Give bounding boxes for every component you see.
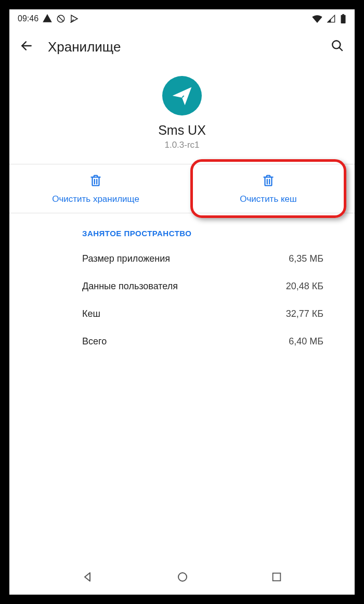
- row-cache: Кеш 32,77 КБ: [9, 300, 355, 328]
- svg-rect-13: [273, 573, 281, 581]
- appbar: Хранилище: [9, 28, 355, 66]
- statusbar: 09:46: [9, 9, 355, 28]
- row-value: 32,77 КБ: [286, 309, 323, 319]
- app-icon: [162, 76, 202, 115]
- search-button[interactable]: [331, 39, 344, 55]
- section-header: ЗАНЯТОЕ ПРОСТРАНСТВО: [9, 213, 355, 245]
- trash-icon: [89, 174, 102, 190]
- status-time: 09:46: [18, 14, 38, 23]
- navigation-bar: [9, 561, 355, 595]
- back-button[interactable]: [20, 39, 33, 55]
- clear-cache-button[interactable]: Очистить кеш: [182, 164, 355, 213]
- row-value: 20,48 КБ: [286, 281, 323, 292]
- row-label: Размер приложения: [82, 253, 170, 264]
- wifi-icon: [312, 15, 322, 23]
- clear-storage-label: Очистить хранилище: [52, 194, 139, 204]
- nav-home-button[interactable]: [176, 571, 189, 585]
- row-user-data: Данные пользователя 20,48 КБ: [9, 273, 355, 300]
- row-label: Всего: [82, 336, 107, 347]
- app-info-block: Sms UX 1.0.3-rc1: [9, 66, 355, 164]
- signal-icon: [327, 15, 336, 23]
- nav-back-button[interactable]: [82, 571, 94, 585]
- clear-storage-button[interactable]: Очистить хранилище: [9, 164, 182, 213]
- warning-icon: [43, 14, 52, 23]
- row-total: Всего 6,40 МБ: [9, 328, 355, 355]
- page-title: Хранилище: [48, 39, 316, 55]
- row-value: 6,35 МБ: [289, 253, 323, 264]
- row-app-size: Размер приложения 6,35 МБ: [9, 245, 355, 273]
- clear-cache-label: Очистить кеш: [240, 194, 296, 204]
- app-version: 1.0.3-rc1: [164, 140, 199, 150]
- svg-point-12: [178, 573, 187, 581]
- svg-line-1: [58, 16, 64, 22]
- trash-icon: [262, 174, 275, 190]
- svg-rect-3: [341, 15, 346, 23]
- svg-rect-4: [342, 14, 344, 15]
- app-name: Sms UX: [158, 123, 206, 138]
- play-icon: [70, 14, 79, 23]
- row-label: Данные пользователя: [82, 281, 178, 292]
- actions-row: Очистить хранилище Очистить кеш: [9, 164, 355, 213]
- svg-point-6: [332, 41, 340, 48]
- nav-recent-button[interactable]: [271, 571, 282, 585]
- row-label: Кеш: [82, 309, 100, 319]
- no-sign-icon: [56, 14, 66, 23]
- row-value: 6,40 МБ: [289, 336, 323, 347]
- svg-line-7: [339, 47, 343, 51]
- battery-icon: [340, 14, 346, 23]
